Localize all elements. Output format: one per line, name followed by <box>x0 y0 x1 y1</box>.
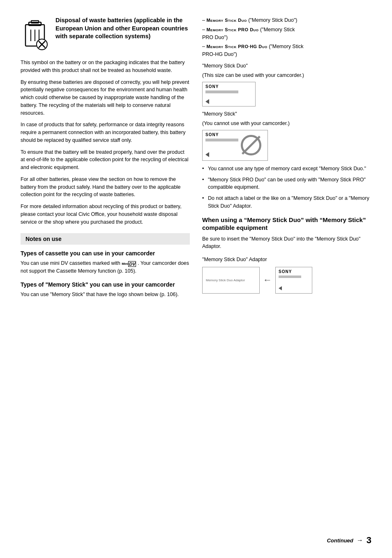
cassette-section-heading: Types of cassette you can use in your ca… <box>21 250 190 257</box>
cassette-section-body: You can use mini DV cassettes marked wit… <box>21 259 190 275</box>
ms-mini-stripe <box>279 276 301 278</box>
disposal-para-1: This symbol on the battery or on the pac… <box>21 59 190 74</box>
sony-text-mini: SONY <box>279 269 309 274</box>
bullet-item-3: Do not attach a label or the like on a "… <box>202 194 371 210</box>
adaptor-box: Memory Stick Duo Adaptor <box>202 267 260 294</box>
memory-stick-section-heading: Types of "Memory Stick" you can use in y… <box>21 281 190 288</box>
ms-old-stripe <box>205 139 238 141</box>
ms-old-image: SONY <box>202 130 268 161</box>
page-number: 3 <box>367 535 371 546</box>
ms-duo-label: Memory Stick Duo <box>206 18 247 23</box>
ms-list-item-1: Memory Stick Duo ("Memory Stick Duo") <box>202 16 371 24</box>
cassette-body-text-1: You can use mini DV cassettes marked wit… <box>21 260 120 266</box>
left-column: Disposal of waste batteries (applicable … <box>21 16 190 304</box>
no-use-symbol <box>241 135 261 155</box>
disposal-icon <box>21 16 49 51</box>
disposal-title: Disposal of waste batteries (applicable … <box>55 16 190 51</box>
disposal-para-6: For more detailed information about recy… <box>21 203 190 226</box>
right-column: Memory Stick Duo ("Memory Stick Duo") Me… <box>202 16 371 304</box>
ms-old-triangle <box>205 152 209 157</box>
ms-list-item-3: Memory Stick PRO·HG Duo ("Memory StickPR… <box>202 43 371 58</box>
mini-dv-logo: MiniDV <box>122 261 136 267</box>
notes-on-use-heading: Notes on use <box>21 233 190 245</box>
ms-old-caption1: "Memory Stick" <box>202 111 371 118</box>
ms-duo-caption1: "Memory Stick Duo" <box>202 63 371 70</box>
ms-duo-caption2: (This size can be used with your camcord… <box>202 72 371 79</box>
continued-text: Continued <box>327 537 353 544</box>
disposal-para-3: In case of products that for safety, per… <box>21 121 190 144</box>
page-footer: Continued → 3 <box>327 535 371 546</box>
ms-list-item-2: Memory Stick PRO Duo ("Memory StickPRO D… <box>202 26 371 42</box>
memory-stick-list: Memory Stick Duo ("Memory Stick Duo") Me… <box>202 16 371 58</box>
ms-old-caption2: (You cannot use with your camcorder.) <box>202 120 371 127</box>
disposal-section: Disposal of waste batteries (applicable … <box>21 16 190 51</box>
disposal-body: This symbol on the battery or on the pac… <box>21 59 190 226</box>
sony-text-duo: SONY <box>205 84 252 89</box>
no-line <box>242 136 261 155</box>
disposal-para-2: By ensuring these batteries are disposed… <box>21 79 190 117</box>
adaptor-caption: "Memory Stick Duo" Adaptor <box>202 256 371 264</box>
adaptor-diagram: Memory Stick Duo Adaptor ← SONY <box>202 267 371 294</box>
sony-mini-stick: SONY <box>275 267 312 294</box>
disposal-para-4: To ensure that the battery will be treat… <box>21 148 190 171</box>
bullet-item-1: You cannot use any type of memory card e… <box>202 165 371 173</box>
adaptor-label-text: Memory Stick Duo Adaptor <box>206 278 245 282</box>
ms-pro-duo-label: Memory Stick PRO Duo <box>206 27 258 32</box>
ms-duo-triangle <box>205 99 209 104</box>
ms-duo-text: ("Memory Stick Duo") <box>248 17 297 23</box>
bullet-list: You cannot use any type of memory card e… <box>202 165 371 210</box>
memory-stick-section-body: You can use "Memory Stick" that have the… <box>21 291 190 299</box>
when-using-heading: When using a “Memory Stick Duo” with “Me… <box>202 216 371 232</box>
bullet-item-2: "Memory Stick PRO Duo" can be used only … <box>202 176 371 192</box>
ms-mini-triangle <box>279 286 282 290</box>
ms-duo-image: SONY <box>202 82 256 107</box>
no-circle <box>241 135 261 155</box>
arrow-right-icon: → <box>357 537 363 544</box>
disposal-para-5: For all other batteries, please view the… <box>21 176 190 199</box>
when-using-body: Be sure to insert the "Memory Stick Duo"… <box>202 235 371 251</box>
arrow-left-icon: ← <box>263 275 272 285</box>
ms-pro-hg-duo-label: Memory Stick PRO·HG Duo <box>206 44 267 49</box>
ms-duo-stripe <box>205 90 238 93</box>
